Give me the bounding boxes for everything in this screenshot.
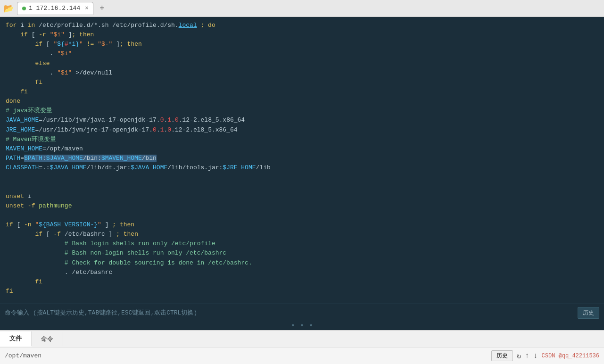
code-line: CLASSPATH=.:$JAVA_HOME/lib/dt.jar:$JAVA_…: [6, 163, 598, 173]
code-line: # Bash non-login shells run only /etc/ba…: [6, 248, 598, 258]
code-line: MAVEN_HOME=/opt/maven: [6, 144, 598, 154]
tab-label: 1 172.16.2.144: [29, 5, 80, 12]
code-line: unset i: [6, 192, 598, 201]
code-line: # Bash login shells run only /etc/profil…: [6, 239, 598, 248]
code-line: fi: [6, 78, 598, 87]
code-line: # Maven环境变量: [6, 135, 598, 144]
code-line: [6, 211, 598, 220]
code-line: if [ -n "${BASH_VERSION-}" ] ; then: [6, 220, 598, 230]
command-input-bar: 历史: [0, 304, 604, 322]
tab-bar: 📂 1 172.16.2.144 × +: [0, 0, 604, 17]
code-line: if [ -r "$i" ]; then: [6, 30, 598, 40]
divider: • • •: [0, 322, 604, 330]
code-line: fi: [6, 277, 598, 287]
bottom-history-button[interactable]: 历史: [491, 350, 513, 361]
tab-commands[interactable]: 命令: [32, 332, 63, 346]
bottom-controls: 历史 ↻ ↑ ↓ CSDN @qq_42211536: [491, 350, 599, 361]
download-icon[interactable]: ↓: [533, 352, 538, 360]
tab-add-button[interactable]: +: [96, 3, 108, 14]
bottom-bar: /opt/maven 历史 ↻ ↑ ↓ CSDN @qq_42211536: [0, 347, 604, 364]
code-line: [6, 173, 598, 182]
bottom-tab-bar: 文件 命令: [0, 330, 604, 347]
code-line: else: [6, 59, 598, 68]
code-line: . /etc/bashrc: [6, 268, 598, 277]
code-line: fi: [6, 287, 598, 296]
code-line: if [ "${#*i}" != "$-" ]; then: [6, 40, 598, 49]
code-line: . "$i" >/dev/null: [6, 68, 598, 78]
code-line: if [ -f /etc/bashrc ] ; then: [6, 230, 598, 239]
upload-icon[interactable]: ↑: [525, 352, 530, 360]
tab-close-button[interactable]: ×: [85, 5, 88, 12]
code-line: for i in /etc/profile.d/*.sh /etc/profil…: [6, 21, 598, 30]
code-line: # java环境变量: [6, 106, 598, 116]
watermark: CSDN @qq_42211536: [542, 353, 599, 359]
terminal-area: for i in /etc/profile.d/*.sh /etc/profil…: [0, 17, 604, 304]
tab-item[interactable]: 1 172.16.2.144 ×: [17, 2, 93, 15]
code-line: [6, 182, 598, 191]
tab-status-dot: [22, 7, 26, 10]
code-line: unset -f pathmunge: [6, 201, 598, 211]
code-line: JRE_HOME=/usr/lib/jvm/jre-17-openjdk-17.…: [6, 125, 598, 135]
code-line: fi: [6, 87, 598, 97]
folder-icon: 📂: [2, 2, 15, 15]
current-path: /opt/maven: [5, 352, 41, 359]
command-input[interactable]: [5, 309, 578, 316]
code-line: done: [6, 97, 598, 106]
tab-files[interactable]: 文件: [0, 331, 32, 347]
code-line: JAVA_HOME=/usr/lib/jvm/java-17-openjdk-1…: [6, 116, 598, 125]
history-button[interactable]: 历史: [578, 307, 599, 319]
code-line: . "$i": [6, 49, 598, 58]
code-line: # Check for double sourcing is done in /…: [6, 258, 598, 268]
code-line: PATH=$PATH:$JAVA_HOME/bin:$MAVEN_HOME/bi…: [6, 154, 598, 163]
refresh-icon[interactable]: ↻: [517, 351, 521, 361]
